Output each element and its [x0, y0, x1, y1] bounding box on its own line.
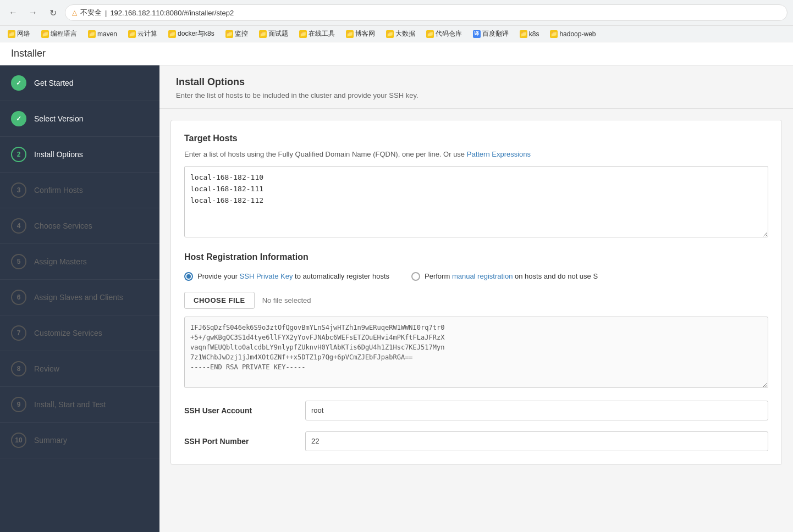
- key-textarea[interactable]: IFJ6SqDzfS046ek6S9o3ztOfQgovBmYLnS4jwHTZ…: [184, 317, 768, 388]
- app-title: Installer: [11, 48, 46, 59]
- bookmark-label: 在线工具: [309, 29, 335, 38]
- bookmark-icon: 📁: [128, 30, 136, 38]
- choose-file-button[interactable]: CHOOSE FILE: [184, 292, 255, 309]
- bookmark-maven[interactable]: 📁 maven: [86, 29, 119, 39]
- sidebar-item-customize-services[interactable]: 7 Customize Services: [0, 315, 159, 351]
- step-circle-2: ✓: [11, 111, 26, 126]
- bookmark-yunjisuan[interactable]: 📁 云计算: [126, 28, 159, 40]
- bookmark-boke[interactable]: 📁 博客网: [344, 28, 377, 40]
- ssh-private-key-link[interactable]: SSH Private Key: [240, 272, 295, 280]
- bookmark-icon: 📁: [225, 30, 233, 38]
- step-circle-9: 8: [11, 361, 26, 376]
- bookmark-label: maven: [97, 30, 117, 38]
- step-circle-1: ✓: [11, 75, 26, 91]
- bookmark-docker[interactable]: 📁 docker与k8s: [166, 28, 217, 40]
- ssh-port-number-row: SSH Port Number: [184, 431, 768, 451]
- bookmark-icon: 📁: [426, 30, 434, 38]
- url-separator: |: [105, 9, 107, 17]
- sidebar-item-assign-slaves[interactable]: 6 Assign Slaves and Clients: [0, 280, 159, 315]
- bookmark-label: 监控: [235, 29, 248, 38]
- security-warning-text: 不安全: [80, 8, 102, 18]
- sidebar-item-label: Confirm Hosts: [34, 186, 83, 195]
- bookmark-icon: 📁: [346, 30, 354, 38]
- sidebar-item-label: Assign Slaves and Clients: [34, 293, 123, 302]
- bookmark-jiankong[interactable]: 📁 监控: [223, 28, 250, 40]
- radio-label-prefix: Provide your: [197, 272, 238, 280]
- bookmark-icon: 📁: [8, 30, 15, 38]
- app-header: Installer: [0, 42, 793, 65]
- bookmark-wangluo[interactable]: 📁 网络: [5, 28, 32, 40]
- sidebar-item-install-start-test[interactable]: 9 Install, Start and Test: [0, 387, 159, 423]
- bookmark-icon: 📁: [550, 30, 558, 38]
- bookmark-mianshiti[interactable]: 📁 面试题: [257, 28, 290, 40]
- forward-button[interactable]: →: [25, 5, 41, 20]
- bookmark-icon: 📁: [41, 30, 49, 38]
- radio-input-ssh-key[interactable]: [184, 272, 193, 281]
- target-hosts-desc-text: Enter a list of hosts using the Fully Qu…: [184, 150, 465, 158]
- sidebar-item-choose-services[interactable]: 4 Choose Services: [0, 208, 159, 244]
- section-header: Install Options Enter the list of hosts …: [159, 65, 793, 109]
- bookmark-label: docker与k8s: [178, 29, 214, 38]
- bookmark-bianchengyuyan[interactable]: 📁 编程语言: [39, 28, 79, 40]
- bookmarks-bar: 📁 网络 📁 编程语言 📁 maven 📁 云计算 📁 docker与k8s 📁…: [0, 25, 793, 42]
- back-button[interactable]: ←: [5, 5, 21, 20]
- sidebar-item-summary[interactable]: 10 Summary: [0, 423, 159, 458]
- host-registration-title: Host Registration Information: [184, 252, 768, 262]
- ssh-user-account-input[interactable]: [305, 401, 768, 420]
- browser-chrome: ← → ↻ △ 不安全 | 192.168.182.110:8080/#/ins…: [0, 0, 793, 42]
- bookmark-label: 百度翻译: [482, 29, 509, 38]
- step-circle-6: 5: [11, 254, 26, 269]
- pattern-expressions-link[interactable]: Pattern Expressions: [467, 150, 531, 158]
- sidebar-item-assign-masters[interactable]: 5 Assign Masters: [0, 244, 159, 280]
- hosts-textarea[interactable]: local-168-182-110 local-168-182-111 loca…: [184, 166, 768, 237]
- bookmark-label: 面试题: [268, 29, 288, 38]
- ssh-port-number-input[interactable]: [305, 431, 768, 451]
- browser-toolbar: ← → ↻ △ 不安全 | 192.168.182.110:8080/#/ins…: [0, 0, 793, 25]
- radio-label-manual: Perform manual registration on hosts and…: [425, 271, 598, 282]
- section-title: Install Options: [176, 76, 777, 88]
- bookmark-hadoop[interactable]: 📁 hadoop-web: [548, 29, 598, 39]
- manual-registration-link[interactable]: manual registration: [452, 272, 515, 280]
- security-warning-icon: △: [72, 9, 77, 16]
- radio-options: Provide your SSH Private Key to automati…: [184, 271, 768, 282]
- bookmark-icon: 📁: [259, 30, 267, 38]
- sidebar-item-select-version[interactable]: ✓ Select Version: [0, 101, 159, 137]
- radio-option-manual[interactable]: Perform manual registration on hosts and…: [411, 271, 598, 282]
- sidebar-item-label: Install, Start and Test: [34, 400, 106, 409]
- radio-input-manual[interactable]: [411, 272, 420, 281]
- bookmark-zaixian[interactable]: 📁 在线工具: [297, 28, 337, 40]
- bookmark-label: 博客网: [355, 29, 375, 38]
- step-circle-5: 4: [11, 218, 26, 234]
- section-subtitle: Enter the list of hosts to be included i…: [176, 91, 777, 99]
- bookmark-label: 代码仓库: [436, 29, 462, 38]
- sidebar-item-label: Select Version: [34, 114, 84, 123]
- radio-label-ssh-key: Provide your SSH Private Key to automati…: [197, 271, 389, 282]
- radio-label-manual-prefix: Perform: [425, 272, 450, 280]
- bookmark-k8s[interactable]: 📁 k8s: [517, 29, 542, 39]
- reload-button[interactable]: ↻: [45, 5, 60, 20]
- address-bar[interactable]: △ 不安全 | 192.168.182.110:8080/#/installer…: [65, 4, 788, 21]
- bookmark-label: 云计算: [137, 29, 157, 38]
- bookmark-dashuju[interactable]: 📁 大数据: [384, 28, 417, 40]
- sidebar-item-get-started[interactable]: ✓ Get Started: [0, 65, 159, 101]
- radio-option-ssh-key[interactable]: Provide your SSH Private Key to automati…: [184, 271, 389, 282]
- sidebar-item-label: Review: [34, 364, 59, 373]
- bookmark-label: 编程语言: [51, 29, 77, 38]
- bookmark-icon: 📁: [386, 30, 394, 38]
- file-name-text: No file selected: [262, 296, 311, 304]
- ssh-user-account-row: SSH User Account: [184, 401, 768, 420]
- bookmark-daima[interactable]: 📁 代码仓库: [424, 28, 464, 40]
- step-circle-7: 6: [11, 290, 26, 305]
- sidebar-item-confirm-hosts[interactable]: 3 Confirm Hosts: [0, 173, 159, 208]
- sidebar-item-install-options[interactable]: 2 Install Options: [0, 137, 159, 173]
- main-content: Install Options Enter the list of hosts …: [159, 65, 793, 532]
- radio-label-manual-suffix: on hosts and do not use S: [515, 272, 598, 280]
- bookmark-label: 大数据: [395, 29, 415, 38]
- bookmark-label: hadoop-web: [559, 30, 596, 38]
- bookmark-label: 网络: [17, 29, 30, 38]
- step-circle-4: 3: [11, 182, 26, 198]
- bookmark-baidu[interactable]: 译 百度翻译: [471, 28, 511, 40]
- bookmark-icon: 📁: [88, 30, 96, 38]
- step-circle-10: 9: [11, 397, 26, 412]
- sidebar-item-review[interactable]: 8 Review: [0, 351, 159, 387]
